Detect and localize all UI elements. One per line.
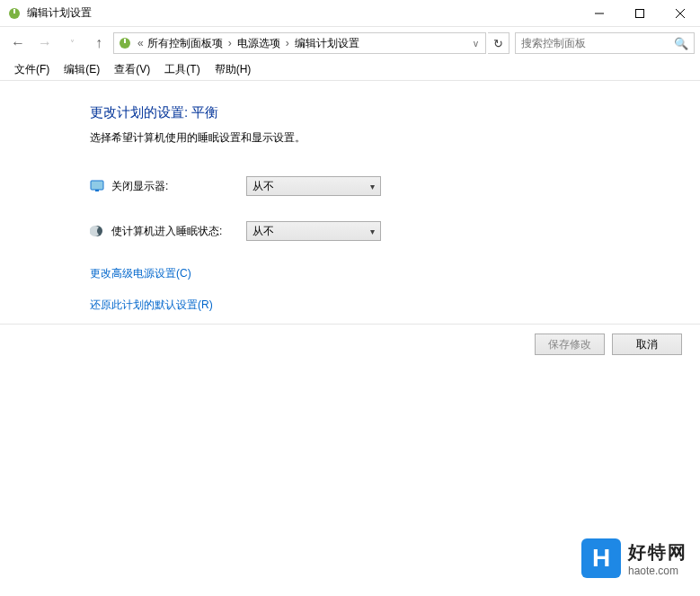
breadcrumb-item-2[interactable]: 电源选项 [235, 36, 282, 51]
display-off-dropdown[interactable]: 从不 ▾ [246, 176, 381, 196]
window-title: 编辑计划设置 [27, 5, 579, 21]
recent-dropdown[interactable]: ˅ [59, 31, 84, 56]
links-section: 更改高级电源设置(C) 还原此计划的默认设置(R) [90, 266, 664, 313]
search-icon[interactable]: 🔍 [674, 37, 688, 50]
link-restore-defaults[interactable]: 还原此计划的默认设置(R) [90, 298, 664, 313]
watermark-en: haote.com [628, 565, 687, 577]
svg-rect-3 [635, 9, 643, 17]
menu-file[interactable]: 文件(F) [7, 60, 57, 79]
menu-bar: 文件(F) 编辑(E) 查看(V) 工具(T) 帮助(H) [0, 59, 700, 81]
sleep-value: 从不 [253, 224, 370, 239]
sleep-dropdown[interactable]: 从不 ▾ [246, 221, 381, 241]
menu-view[interactable]: 查看(V) [107, 60, 157, 79]
svg-rect-8 [91, 181, 103, 190]
moon-icon [90, 224, 104, 238]
refresh-button[interactable]: ↻ [488, 32, 509, 54]
svg-rect-7 [124, 39, 126, 43]
display-off-label: 关闭显示器: [111, 179, 246, 194]
cancel-button[interactable]: 取消 [612, 334, 682, 355]
page-heading: 更改计划的设置: 平衡 [90, 104, 664, 121]
watermark-text: 好特网 haote.com [628, 540, 687, 577]
link-advanced-settings[interactable]: 更改高级电源设置(C) [90, 266, 664, 281]
display-off-value: 从不 [253, 179, 370, 194]
monitor-icon [90, 179, 104, 193]
watermark: H 好特网 haote.com [581, 538, 687, 578]
chevron-right-icon[interactable]: › [225, 37, 235, 49]
menu-edit[interactable]: 编辑(E) [57, 60, 107, 79]
svg-rect-9 [95, 190, 99, 191]
back-button[interactable]: ← [5, 31, 31, 56]
watermark-logo: H [581, 538, 621, 578]
breadcrumb-item-1[interactable]: 所有控制面板项 [146, 36, 225, 51]
address-dropdown-icon[interactable]: v [470, 39, 482, 49]
svg-rect-1 [13, 9, 15, 13]
content-area: 更改计划的设置: 平衡 选择希望计算机使用的睡眠设置和显示设置。 关闭显示器: … [0, 81, 700, 347]
chevron-down-icon: ▾ [370, 227, 375, 236]
forward-button[interactable]: → [32, 31, 58, 56]
search-box[interactable]: 🔍 [515, 32, 695, 54]
sleep-label: 使计算机进入睡眠状态: [111, 224, 246, 239]
setting-row-sleep: 使计算机进入睡眠状态: 从不 ▾ [90, 221, 664, 241]
maximize-button[interactable] [619, 0, 660, 27]
app-icon [7, 6, 22, 21]
chevron-down-icon: ▾ [370, 182, 375, 191]
setting-row-display-off: 关闭显示器: 从不 ▾ [90, 176, 664, 196]
save-button[interactable]: 保存修改 [535, 334, 605, 355]
up-button[interactable]: ↑ [86, 31, 111, 56]
close-button[interactable] [660, 0, 700, 27]
menu-help[interactable]: 帮助(H) [208, 60, 259, 79]
chevron-right-icon[interactable]: › [282, 37, 293, 49]
page-subtext: 选择希望计算机使用的睡眠设置和显示设置。 [90, 130, 664, 146]
menu-tools[interactable]: 工具(T) [157, 60, 207, 79]
breadcrumb-overflow[interactable]: « [136, 37, 146, 49]
control-panel-icon [118, 36, 132, 50]
breadcrumb-item-3[interactable]: 编辑计划设置 [293, 36, 361, 51]
search-input[interactable] [521, 37, 674, 49]
button-panel: 保存修改 取消 [0, 324, 700, 364]
nav-bar: ← → ˅ ↑ « 所有控制面板项 › 电源选项 › 编辑计划设置 v ↻ 🔍 [0, 27, 700, 59]
minimize-button[interactable] [579, 0, 619, 27]
window-titlebar: 编辑计划设置 [0, 0, 700, 27]
address-bar[interactable]: « 所有控制面板项 › 电源选项 › 编辑计划设置 v [113, 32, 486, 54]
watermark-cn: 好特网 [628, 540, 687, 565]
